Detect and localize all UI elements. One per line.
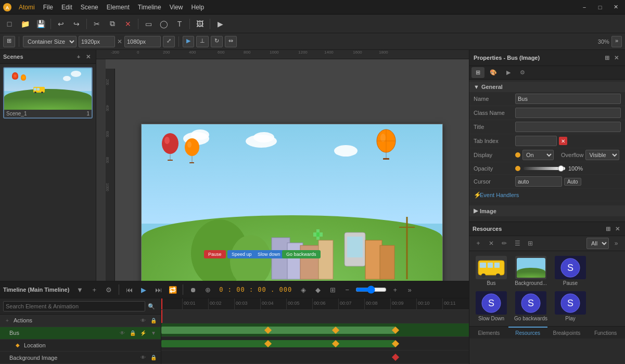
image-tool[interactable]: 🖼 — [193, 17, 207, 31]
go-backwards-canvas-btn[interactable]: Go backwards — [282, 250, 321, 258]
tl-bus-lock[interactable]: 🔒 — [129, 329, 137, 337]
resource-slowdown[interactable]: S Slow Down — [473, 290, 510, 323]
resources-expand-btn[interactable]: ⊞ — [603, 224, 613, 233]
opacity-dot[interactable] — [515, 166, 520, 171]
tab-breakpoints[interactable]: Breakpoints — [547, 327, 586, 339]
tl-actions-eye[interactable]: 👁 — [139, 316, 147, 324]
ellipse-tool[interactable]: ◯ — [157, 17, 171, 31]
properties-expand-btn[interactable]: ⊞ — [602, 53, 611, 62]
display-dot[interactable] — [515, 152, 520, 158]
display-select[interactable]: On — [522, 150, 554, 160]
menubar-file[interactable]: File — [39, 3, 57, 12]
play-preview-btn[interactable]: ▶ — [183, 36, 194, 47]
tl-settings-btn[interactable]: ⚙ — [103, 283, 115, 296]
tl-bus-anim[interactable]: ⚡ — [139, 329, 147, 337]
prop-tab-settings[interactable]: ⚙ — [516, 67, 529, 78]
tl-add-btn[interactable]: + — [88, 283, 100, 296]
undo-button[interactable]: ↩ — [54, 17, 68, 31]
title-input[interactable] — [515, 122, 621, 132]
resources-close-btn[interactable]: ✕ — [613, 224, 622, 233]
tl-location-diamond[interactable]: ◆ — [14, 341, 22, 349]
menubar-element[interactable]: Element — [103, 3, 134, 12]
tl-search-icon[interactable]: 🔍 — [145, 300, 158, 313]
opacity-slider[interactable] — [524, 167, 565, 170]
new-button[interactable]: □ — [2, 17, 17, 31]
redo-button[interactable]: ↪ — [69, 17, 84, 31]
tl-playhead[interactable] — [161, 298, 162, 309]
resource-bus[interactable]: Bus — [473, 254, 510, 288]
res-delete-btn[interactable]: ✕ — [486, 238, 497, 249]
menubar-atomi[interactable]: Atomi — [15, 3, 39, 12]
tl-first-btn[interactable]: ⏮ — [123, 283, 135, 296]
tabindex-clear-btn[interactable]: ✕ — [559, 137, 567, 145]
prop-tab-anim[interactable]: ▶ — [502, 67, 515, 78]
tl-last-btn[interactable]: ⏭ — [152, 283, 164, 296]
maximize-button[interactable]: □ — [593, 2, 607, 12]
tl-bus-expand[interactable]: ▼ — [149, 329, 158, 337]
play-button[interactable]: ▶ — [213, 17, 227, 31]
tl-search-input[interactable] — [3, 301, 145, 311]
menubar-edit[interactable]: Edit — [57, 3, 76, 12]
align-btn[interactable]: ⊥ — [196, 36, 209, 47]
tabindex-input[interactable] — [515, 136, 557, 146]
tl-record-btn[interactable]: ⏺ — [187, 283, 199, 296]
menubar-view[interactable]: View — [165, 3, 187, 12]
close-button[interactable]: ✕ — [608, 2, 623, 12]
scene-1-thumb[interactable]: Scene_1 1 — [3, 67, 93, 119]
tl-zoom-in-btn[interactable]: + — [389, 283, 401, 296]
flip-btn[interactable]: ⇔ — [225, 36, 237, 47]
tl-zoom-out-btn[interactable]: − — [341, 283, 353, 296]
tl-keyframe-btn[interactable]: ◆ — [312, 283, 324, 296]
tl-loop-btn[interactable]: 🔁 — [167, 283, 179, 296]
tl-snap-btn[interactable]: ⊕ — [201, 283, 214, 296]
copy-button[interactable]: ⧉ — [105, 17, 120, 31]
save-button[interactable]: 💾 — [33, 17, 48, 31]
prop-tab-layout[interactable]: ⊞ — [471, 67, 484, 78]
canvas-height-input[interactable] — [124, 36, 161, 47]
tl-more-btn[interactable]: » — [403, 283, 416, 296]
open-button[interactable]: 📁 — [18, 17, 32, 31]
tab-elements[interactable]: Elements — [469, 327, 508, 339]
properties-close-btn[interactable]: ✕ — [611, 53, 621, 62]
tl-bg-lock[interactable]: 🔒 — [149, 354, 158, 362]
text-tool[interactable]: T — [172, 17, 187, 31]
resource-background[interactable]: Background... — [512, 254, 550, 288]
canvas-width-input[interactable] — [79, 36, 115, 47]
res-list-btn[interactable]: ☰ — [512, 238, 523, 249]
image-section-header[interactable]: ▶ Image — [469, 205, 625, 216]
speed-up-canvas-btn[interactable]: Speed up — [227, 250, 256, 258]
pause-canvas-btn[interactable]: Pause — [204, 250, 226, 258]
scene-mode-btn[interactable]: ⊞ — [3, 36, 15, 47]
scenes-close-btn[interactable]: ✕ — [83, 52, 93, 61]
prop-tab-style[interactable]: 🎨 — [486, 67, 501, 78]
tl-bg-eye[interactable]: 👁 — [139, 354, 147, 362]
menubar-scene[interactable]: Scene — [76, 3, 103, 12]
tl-zoom-slider[interactable] — [355, 285, 387, 294]
resource-play[interactable]: S Play — [552, 290, 589, 323]
rect-tool[interactable]: ▭ — [141, 17, 156, 31]
tl-actions-expand[interactable]: + — [3, 316, 11, 324]
name-input[interactable] — [515, 94, 621, 104]
menubar-help[interactable]: Help — [187, 3, 208, 12]
scenes-add-btn[interactable]: + — [74, 52, 83, 61]
overflow-select[interactable]: Visible — [585, 150, 619, 160]
tab-functions[interactable]: Functions — [586, 327, 625, 339]
res-grid-btn[interactable]: ⊞ — [525, 238, 536, 249]
tl-play-btn[interactable]: ▶ — [137, 283, 150, 296]
res-edit-btn[interactable]: ✏ — [499, 238, 510, 249]
opacity-thumb[interactable] — [558, 165, 564, 172]
resource-pause[interactable]: S Pause — [552, 254, 589, 288]
general-section-header[interactable]: ▼ General — [469, 82, 625, 92]
transform-btn[interactable]: ↻ — [211, 36, 223, 47]
tl-easing-btn[interactable]: ◈ — [297, 283, 310, 296]
slow-down-canvas-btn[interactable]: Slow down — [253, 250, 285, 258]
cut-button[interactable]: ✂ — [90, 17, 104, 31]
tl-bg-diamond[interactable] — [392, 354, 399, 361]
resize-btn[interactable]: ⤢ — [163, 36, 175, 47]
menubar-timeline[interactable]: Timeline — [134, 3, 165, 12]
resource-backwards[interactable]: S Go backwards — [512, 290, 550, 323]
container-size-select[interactable]: Container Size — [23, 36, 76, 47]
res-more-btn[interactable]: » — [610, 238, 622, 249]
event-handlers-link[interactable]: Event Handlers — [480, 192, 519, 198]
tl-bus-eye[interactable]: 👁 — [118, 329, 126, 337]
